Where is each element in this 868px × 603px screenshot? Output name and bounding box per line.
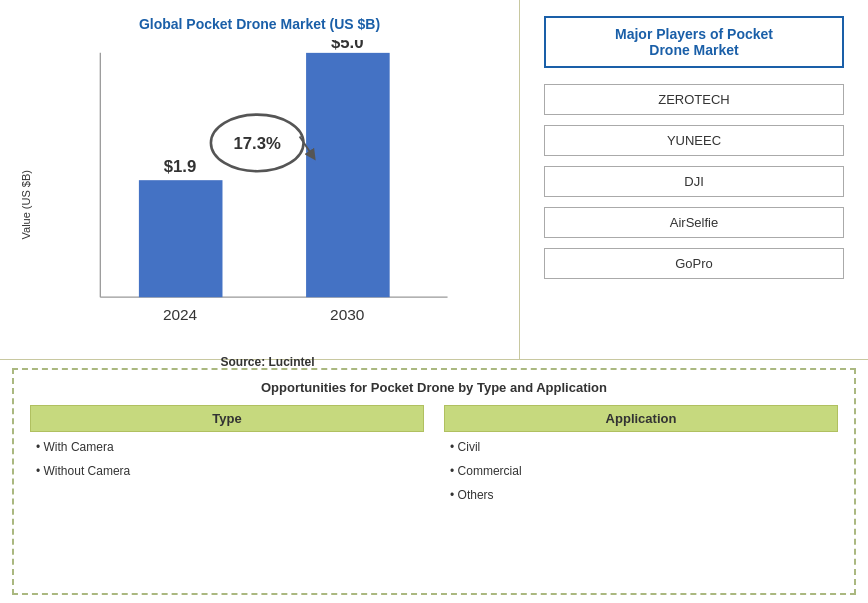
bar-chart-svg: $1.9 2024 $5.0 2030 17.3% <box>36 40 499 349</box>
type-item-0: • With Camera <box>30 438 424 456</box>
chart-title: Global Pocket Drone Market (US $B) <box>139 16 380 32</box>
chart-wrapper: Value (US $B) $1.9 2024 <box>20 40 499 369</box>
player-gopro: GoPro <box>544 248 844 279</box>
type-item-1: • Without Camera <box>30 462 424 480</box>
application-item-1: • Commercial <box>444 462 838 480</box>
player-dji: DJI <box>544 166 844 197</box>
chart-content: $1.9 2024 $5.0 2030 17.3% <box>36 40 499 369</box>
type-column: Type • With Camera • Without Camera <box>30 405 424 583</box>
player-zerotech: ZEROTECH <box>544 84 844 115</box>
bar-value-2024: $1.9 <box>164 157 197 176</box>
player-airselfie: AirSelfie <box>544 207 844 238</box>
bar-year-2024: 2024 <box>163 306 198 323</box>
cagr-label: 17.3% <box>234 134 282 153</box>
chart-area: Global Pocket Drone Market (US $B) Value… <box>0 0 520 359</box>
opportunities-columns: Type • With Camera • Without Camera Appl… <box>30 405 838 583</box>
opportunities-title: Opportunities for Pocket Drone by Type a… <box>30 380 838 395</box>
bar-value-2030: $5.0 <box>331 40 364 52</box>
application-item-0: • Civil <box>444 438 838 456</box>
bar-2024 <box>139 180 223 297</box>
source-label: Source: Lucintel <box>36 355 499 369</box>
major-players-title: Major Players of PocketDrone Market <box>544 16 844 68</box>
application-item-2: • Others <box>444 486 838 504</box>
bar-year-2030: 2030 <box>330 306 364 323</box>
right-panel: Major Players of PocketDrone Market ZERO… <box>520 0 868 359</box>
bar-2030 <box>306 53 390 297</box>
top-section: Global Pocket Drone Market (US $B) Value… <box>0 0 868 360</box>
application-header: Application <box>444 405 838 432</box>
y-axis-label: Value (US $B) <box>20 170 32 240</box>
major-players-title-text: Major Players of PocketDrone Market <box>615 26 773 58</box>
application-column: Application • Civil • Commercial • Other… <box>444 405 838 583</box>
type-header: Type <box>30 405 424 432</box>
main-container: Global Pocket Drone Market (US $B) Value… <box>0 0 868 603</box>
player-yuneec: YUNEEC <box>544 125 844 156</box>
bottom-section: Opportunities for Pocket Drone by Type a… <box>12 368 856 595</box>
